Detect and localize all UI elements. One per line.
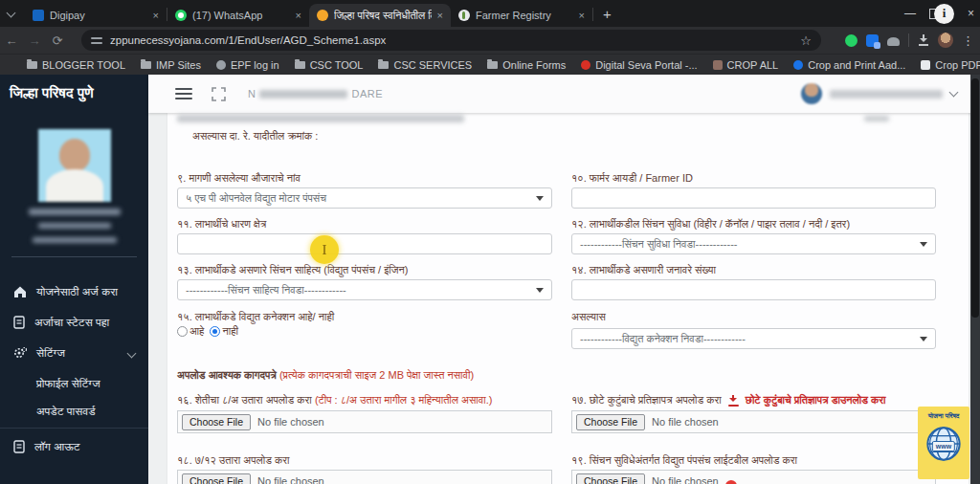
browser-tab-strip: Digipay × (17) WhatsApp × जिल्हा परिषद स… <box>0 0 980 27</box>
logout-icon <box>13 440 25 453</box>
folder-icon <box>295 61 305 69</box>
q15-radio-no[interactable] <box>210 326 220 337</box>
q18-file-input[interactable]: Choose File No file chosen <box>177 470 552 484</box>
q9-select[interactable]: ५ एच पी ओपनवेल विद्युत मोटार पंपसंच <box>177 187 552 209</box>
sidebar-item-apply-scheme[interactable]: योजनेसाठी अर्ज करा <box>0 279 148 304</box>
reload-icon[interactable]: ⟳ <box>46 33 69 48</box>
select-arrow-icon <box>920 242 927 247</box>
bookmark-imp-sites[interactable]: IMP Sites <box>141 59 201 71</box>
page-scrollbar[interactable] <box>970 75 980 484</box>
chevron-down-icon <box>127 349 137 359</box>
q11-holding-area-input[interactable] <box>177 233 552 254</box>
bookmark-crop-all[interactable]: CROP ALL <box>713 59 779 71</box>
globe-icon <box>216 60 226 70</box>
emblem-favicon <box>317 10 328 21</box>
bookmark-epf-login[interactable]: EPF log in <box>216 59 279 71</box>
tab-close-icon[interactable]: × <box>296 10 301 21</box>
choose-file-button[interactable]: Choose File <box>576 414 645 430</box>
sidebar-item-logout[interactable]: लॉग आऊट <box>0 434 148 459</box>
sidebar-item-update-password[interactable]: अपडेट पासवर्ड <box>0 399 148 424</box>
chevron-down-icon <box>949 88 959 98</box>
q18-label: १८. ७/१२ उतारा अपलोड करा <box>177 454 289 467</box>
browser-menu-icon[interactable]: ⋮ <box>962 33 974 48</box>
user-chip[interactable] <box>801 83 957 104</box>
sidebar-item-profile-settings[interactable]: प्रोफाईल सेटिंग्ज <box>0 371 148 396</box>
minimize-button[interactable]: — <box>904 7 916 20</box>
choose-file-button[interactable]: Choose File <box>576 473 645 484</box>
q15-label: १५. लाभार्थीकडे विद्युत कनेक्शन आहे/ नाह… <box>177 311 334 323</box>
choose-file-button[interactable]: Choose File <box>182 414 251 430</box>
close-window-button[interactable]: × <box>968 7 974 20</box>
bookmark-digital-seva[interactable]: Digital Seva Portal -... <box>581 59 697 71</box>
address-bar[interactable]: zppunecessyojana.com/1/EndUser/AGD_Schem… <box>81 30 821 51</box>
scrollbar-thumb[interactable] <box>971 78 979 318</box>
q12-select[interactable]: ------------सिंचन सुविधा निवडा----------… <box>571 233 936 254</box>
back-icon[interactable]: ← <box>0 33 23 48</box>
whatsapp-extension-icon[interactable] <box>845 34 858 47</box>
folder-icon <box>487 61 498 69</box>
q10-farmer-id-input[interactable] <box>571 187 936 209</box>
q19-file-input[interactable]: Choose File No file chosen <box>571 470 936 484</box>
channel-watermark-logo: योजना परिषद www <box>918 407 969 479</box>
q15-radio-group: आहे नाही <box>177 325 238 338</box>
doc-site-icon <box>921 60 930 70</box>
applicant-photo <box>38 129 111 202</box>
conditional-serial-label: असल्यास दा. रे. यादीतील क्रमांक : <box>192 130 318 143</box>
folder-icon <box>27 61 37 69</box>
q19-label: १९. सिंचन सुविधेअंतर्गत विद्युत पंपसंच ल… <box>571 454 797 467</box>
dark-site-icon <box>713 60 723 70</box>
q17-file-input[interactable]: Choose File No file chosen <box>571 410 936 433</box>
translate-extension-icon[interactable] <box>866 34 879 47</box>
bookmark-csc-services[interactable]: CSC SERVICES <box>378 59 472 71</box>
incognito-extension-icon[interactable] <box>887 37 900 46</box>
site-info-icon[interactable] <box>91 35 102 45</box>
q15-conditional-select[interactable]: ------------विद्युत कनेक्शन निवडा-------… <box>571 328 936 349</box>
bookmark-star-icon[interactable]: ☆ <box>800 33 812 48</box>
document-icon <box>13 316 25 329</box>
bookmarks-bar: BLOGGER TOOL IMP Sites EPF log in CSC TO… <box>0 54 980 76</box>
screen: Digipay × (17) WhatsApp × जिल्हा परिषद स… <box>0 0 980 484</box>
q13-select[interactable]: ------------सिंचन साहित्य निवडा---------… <box>177 279 552 300</box>
downloads-icon[interactable] <box>918 34 929 46</box>
bookmark-csc-tool[interactable]: CSC TOOL <box>295 59 364 71</box>
blue-site-icon <box>793 60 803 70</box>
info-overlay-icon[interactable]: i <box>934 4 954 24</box>
home-icon <box>13 285 27 298</box>
fullscreen-icon[interactable] <box>212 87 226 101</box>
choose-file-button[interactable]: Choose File <box>182 473 251 484</box>
redacted-form-line <box>177 115 464 122</box>
browser-profile-avatar[interactable] <box>938 33 953 48</box>
bookmark-online-forms[interactable]: Online Forms <box>487 59 566 71</box>
folder-icon <box>141 61 151 69</box>
bookmark-crop-pdf[interactable]: Crop PDF Online: Cli... <box>921 59 980 71</box>
new-tab-button[interactable]: + <box>603 6 612 22</box>
forward-icon[interactable]: → <box>23 33 46 48</box>
select-arrow-icon <box>920 337 927 341</box>
q16-file-input[interactable]: Choose File No file chosen <box>177 410 552 433</box>
tab-farmer-registry[interactable]: Farmer Registry × <box>451 4 592 27</box>
q9-label: ९. मागणी असलेल्या औजाराचे नांव <box>177 172 301 185</box>
app-header: NDARE <box>148 75 980 113</box>
cursor-highlight: I <box>310 235 339 264</box>
tab-search-icon[interactable] <box>8 10 15 17</box>
tab-close-icon[interactable]: × <box>437 10 443 21</box>
bookmark-crop-print[interactable]: Crop and Print Aad... <box>793 59 905 71</box>
tab-digipay[interactable]: Digipay × <box>25 4 167 27</box>
select-arrow-icon <box>536 196 544 201</box>
q14-animals-count-input[interactable] <box>571 279 936 300</box>
red-marker-icon <box>725 480 737 484</box>
org-title: जिल्हा परिषद पुणे <box>10 84 94 101</box>
hamburger-menu-icon[interactable] <box>175 88 192 99</box>
q15-radio-yes[interactable] <box>177 326 188 337</box>
gears-icon <box>13 346 27 360</box>
tab-zp-portal-active[interactable]: जिल्हा परिषद स्वनिधीतील विविध यो × <box>309 4 451 27</box>
sidebar-item-application-status[interactable]: अर्जाचा स्टेटस पहा <box>0 310 148 335</box>
tab-close-icon[interactable]: × <box>579 10 585 21</box>
bookmark-blogger-tool[interactable]: BLOGGER TOOL <box>27 59 125 71</box>
sidebar-item-settings[interactable]: सेटिंग्ज <box>0 341 148 365</box>
q10-label: १०. फार्मर आयडी / Farmer ID <box>571 172 693 185</box>
tab-whatsapp[interactable]: (17) WhatsApp × <box>167 4 309 27</box>
tab-close-icon[interactable]: × <box>153 10 159 21</box>
url-text[interactable]: zppunecessyojana.com/1/EndUser/AGD_Schem… <box>110 34 800 46</box>
q17-download-link[interactable]: छोटे कुटुंबाचे प्रतिज्ञापत्र डाउनलोड करा <box>746 394 886 407</box>
